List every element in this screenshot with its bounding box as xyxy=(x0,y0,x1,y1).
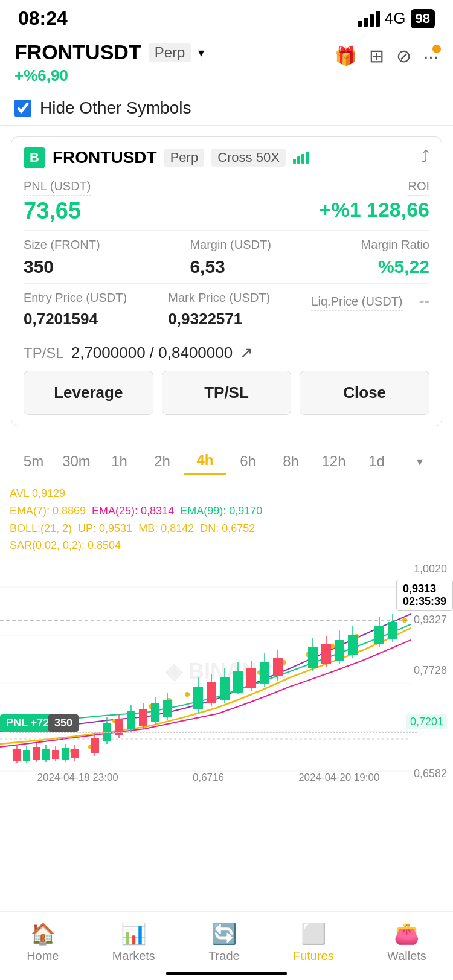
avl-label: AVL 0,9129 xyxy=(10,487,65,499)
tab-2h[interactable]: 2h xyxy=(141,448,184,475)
home-gesture-bar xyxy=(166,972,287,975)
time-tabs: 5m 30m 1h 2h 4h 6h 8h 12h 1d ▾ xyxy=(0,437,453,481)
size-value: 350 xyxy=(24,257,100,277)
tpsl-row: TP/SL 2,7000000 / 0,8400000 ↗ xyxy=(24,336,429,371)
header-icons: 🎁 ⊞ ⊘ ··· xyxy=(335,40,439,66)
hide-symbols-checkbox[interactable] xyxy=(14,100,31,117)
card-symbol: FRONTUSDT xyxy=(53,148,157,167)
price-tag: 0,931302:35:39 xyxy=(396,580,453,611)
y-label-1: 1,0020 xyxy=(406,563,447,575)
margin-ratio-block: Margin Ratio %5,22 xyxy=(361,238,429,277)
boll-dn-label: DN: 0,6752 xyxy=(200,522,255,534)
boll-up-label: UP: 0,9531 xyxy=(78,522,132,534)
long-badge: B xyxy=(24,147,45,168)
bottom-nav: 🏠 Home 📊 Markets 🔄 Trade ⬜ Futures 👛 Wal… xyxy=(0,911,453,980)
liq-price-label: Liq.Price (USDT) xyxy=(311,295,402,311)
card-header-left: B FRONTUSDT Perp Cross 50X xyxy=(24,147,309,168)
notification-dot xyxy=(432,45,441,53)
x-label-1: 2024-04-18 23:00 xyxy=(37,772,118,784)
margin-label: Margin (USDT) xyxy=(190,238,271,254)
home-icon: 🏠 xyxy=(30,921,56,946)
indicator-sar: SAR(0,02, 0,2): 0,8504 xyxy=(10,537,443,554)
tab-4h[interactable]: 4h xyxy=(184,447,226,475)
entry-price-label: Entry Price (USDT) xyxy=(24,291,127,307)
sar-label: SAR(0,02, 0,2): 0,8504 xyxy=(10,539,121,551)
more-menu[interactable]: ··· xyxy=(423,46,439,66)
y-label-4: 0,7201 xyxy=(406,714,447,729)
tab-12h[interactable]: 12h xyxy=(312,448,355,475)
gift-icon[interactable]: 🎁 xyxy=(335,45,357,66)
hide-symbols-row[interactable]: Hide Other Symbols xyxy=(0,89,453,126)
dropdown-arrow-icon[interactable]: ▾ xyxy=(198,45,204,60)
status-right: 4G 98 xyxy=(358,9,435,28)
tpsl-button[interactable]: TP/SL xyxy=(162,371,292,415)
mark-price-block: Mark Price (USDT) 0,9322571 xyxy=(168,291,270,328)
nav-futures-label: Futures xyxy=(293,949,334,963)
battery-indicator: 98 xyxy=(411,9,435,28)
ema99-label: EMA(99): 0,9170 xyxy=(180,505,262,517)
entry-price-value: 0,7201594 xyxy=(24,310,127,328)
size-block: Size (FRONT) 350 xyxy=(24,238,100,277)
indicator-ema: EMA(7): 0,8869 EMA(25): 0,8314 EMA(99): … xyxy=(10,502,443,520)
mark-price-label: Mark Price (USDT) xyxy=(168,291,270,307)
nav-home-label: Home xyxy=(27,949,59,963)
chart-indicators: AVL 0,9129 EMA(7): 0,8869 EMA(25): 0,831… xyxy=(0,481,453,557)
nav-futures[interactable]: ⬜ Futures xyxy=(293,921,334,963)
chart-canvas: ◈ BINANCE xyxy=(0,557,453,786)
tab-1h[interactable]: 1h xyxy=(98,448,141,475)
symbol-name[interactable]: FRONTUSDT xyxy=(14,40,141,64)
nav-markets[interactable]: 📊 Markets xyxy=(112,921,155,963)
network-label: 4G xyxy=(385,9,406,28)
boll-label: BOLL:(21, 2) xyxy=(10,522,72,534)
position-card: B FRONTUSDT Perp Cross 50X ⤴ PNL (USDT) … xyxy=(11,136,442,426)
chart-section: 5m 30m 1h 2h 4h 6h 8h 12h 1d ▾ AVL 0,912… xyxy=(0,437,453,895)
tab-8h[interactable]: 8h xyxy=(269,448,312,475)
futures-icon: ⬜ xyxy=(301,921,326,946)
share-icon[interactable]: ⤴ xyxy=(421,148,429,167)
nav-trade[interactable]: 🔄 Trade xyxy=(208,921,240,963)
nav-trade-label: Trade xyxy=(208,949,240,963)
header: FRONTUSDT Perp ▾ +%6,90 🎁 ⊞ ⊘ ··· xyxy=(0,34,453,89)
nav-home[interactable]: 🏠 Home xyxy=(27,921,59,963)
ema25-label: EMA(25): 0,8314 xyxy=(92,505,174,517)
nav-wallets[interactable]: 👛 Wallets xyxy=(387,921,426,963)
roi-value: +%1 128,66 xyxy=(320,198,429,222)
card-header: B FRONTUSDT Perp Cross 50X ⤴ xyxy=(24,147,429,168)
leverage-button[interactable]: Leverage xyxy=(24,371,153,415)
tab-30m[interactable]: 30m xyxy=(55,448,98,475)
tab-more[interactable]: ▾ xyxy=(398,449,441,473)
tab-5m[interactable]: 5m xyxy=(12,448,55,475)
indicator-avl: AVL 0,9129 xyxy=(10,485,443,502)
indicator-boll: BOLL:(21, 2) UP: 0,9531 MB: 0,8142 DN: 0… xyxy=(10,520,443,537)
tab-6h[interactable]: 6h xyxy=(226,448,269,475)
tpsl-value: 2,7000000 / 0,8400000 xyxy=(71,344,233,362)
strength-icon xyxy=(293,152,309,164)
close-button[interactable]: Close xyxy=(300,371,429,415)
margin-ratio-label: Margin Ratio xyxy=(361,238,429,254)
pnl-block: PNL (USDT) 73,65 xyxy=(24,179,91,224)
margin-ratio-value: %5,22 xyxy=(361,257,429,277)
trade-icon: 🔄 xyxy=(211,921,237,946)
liq-price-value: -- xyxy=(405,291,429,310)
card-leverage: Cross 50X xyxy=(211,149,286,167)
action-buttons: Leverage TP/SL Close xyxy=(24,371,429,426)
chart-config-icon[interactable]: ⊞ xyxy=(369,45,384,66)
tab-1d[interactable]: 1d xyxy=(355,448,398,475)
pnl-value: 73,65 xyxy=(24,198,91,224)
symbol-type[interactable]: Perp xyxy=(149,43,191,62)
alert-icon[interactable]: ⊘ xyxy=(396,45,411,66)
pnl-label: PNL (USDT) xyxy=(24,179,91,196)
wallets-icon: 👛 xyxy=(394,921,419,946)
entry-price-block: Entry Price (USDT) 0,7201594 xyxy=(24,291,127,328)
roi-label: ROI xyxy=(408,179,429,196)
size-label: Size (FRONT) xyxy=(24,238,100,254)
status-time: 08:24 xyxy=(18,7,68,30)
liq-price-block: Liq.Price (USDT) -- xyxy=(311,291,429,328)
tpsl-edit-icon[interactable]: ↗ xyxy=(240,344,253,362)
liq-line xyxy=(10,732,417,733)
header-left: FRONTUSDT Perp ▾ +%6,90 xyxy=(14,40,204,85)
roi-block: ROI +%1 128,66 xyxy=(320,179,429,222)
chart-x-labels: 2024-04-18 23:00 0,6716 2024-04-20 19:00 xyxy=(0,769,417,786)
mark-price-value: 0,9322571 xyxy=(168,310,270,328)
markets-icon: 📊 xyxy=(121,921,146,946)
